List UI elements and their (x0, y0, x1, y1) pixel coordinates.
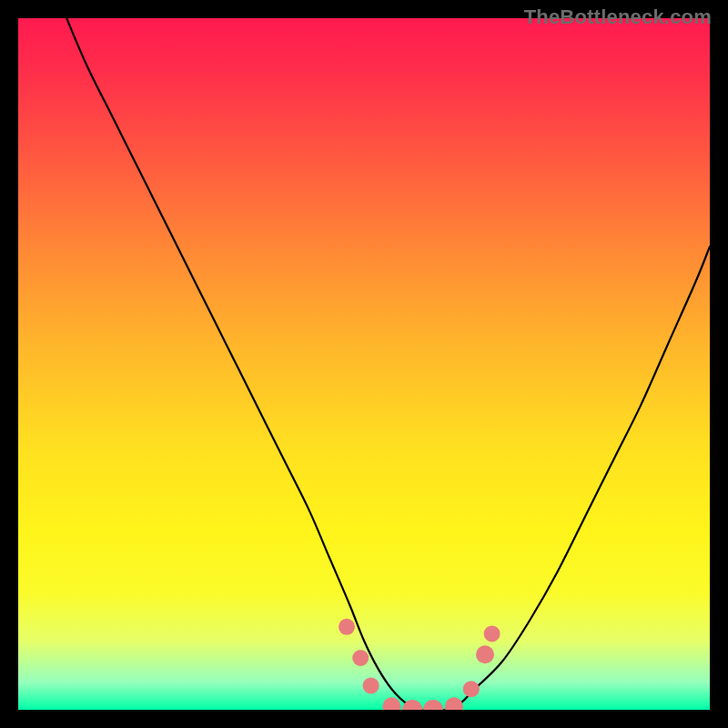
gradient-background (18, 18, 710, 710)
plot-area (18, 18, 710, 710)
chart-frame: TheBottleneck.com (0, 0, 728, 728)
watermark-text: TheBottleneck.com (524, 5, 712, 29)
